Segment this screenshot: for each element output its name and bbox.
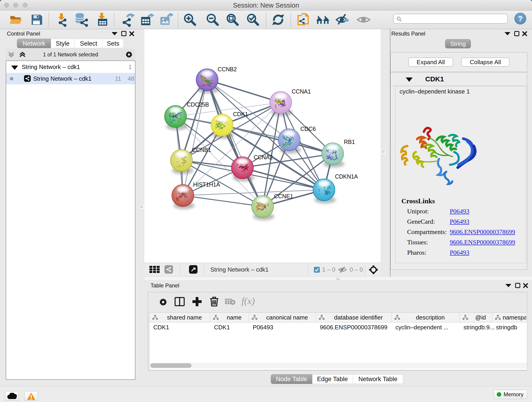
- svg-text:CDC6: CDC6: [300, 126, 316, 132]
- svg-text:CCNE1: CCNE1: [274, 193, 293, 199]
- svg-text:CDKN1A: CDKN1A: [335, 173, 358, 180]
- svg-text:CCNA1: CCNA1: [292, 88, 311, 95]
- svg-text:CDC25B: CDC25B: [187, 101, 209, 108]
- svg-text:HIST1H1A: HIST1H1A: [193, 181, 220, 188]
- svg-text:CDK1: CDK1: [233, 111, 248, 117]
- svg-text:CCNB2: CCNB2: [218, 66, 237, 72]
- svg-text:CCNA2: CCNA2: [254, 154, 273, 160]
- svg-text:RB1: RB1: [344, 139, 355, 145]
- svg-text:CCNB1: CCNB1: [192, 147, 211, 153]
